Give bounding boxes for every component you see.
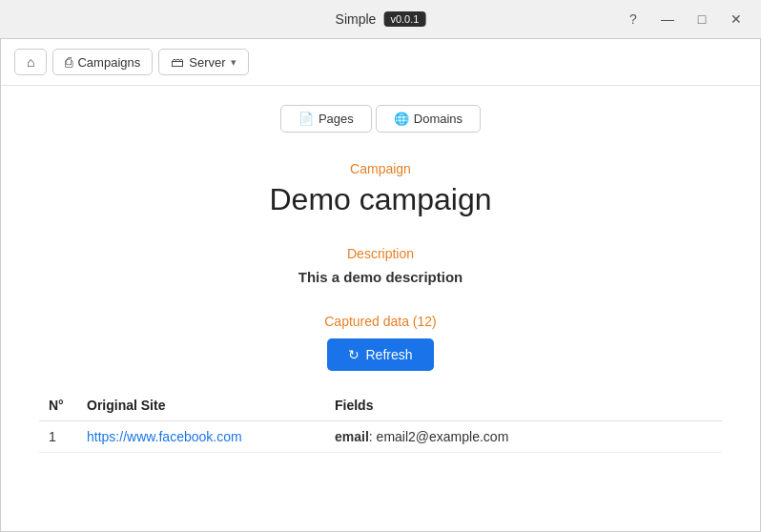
server-dropdown-arrow: ▾ [231, 56, 237, 69]
close-button[interactable]: ✕ [723, 6, 750, 32]
pages-icon: 📄 [298, 112, 314, 126]
content-area: 📄 Pages 🌐 Domains Campaign Demo campaign… [1, 86, 760, 531]
minimize-button[interactable]: — [654, 6, 681, 32]
description-text: This a demo description [298, 269, 463, 285]
home-icon: ⌂ [27, 54, 34, 70]
table-header-row: N° Original Site Fields [39, 390, 722, 421]
version-badge: v0.0.1 [383, 11, 425, 27]
cell-fields: email: email2@example.com [325, 421, 722, 453]
domains-icon: 🌐 [394, 112, 409, 126]
pages-label: Pages [319, 112, 354, 126]
title-bar-controls: ? — □ ✕ [620, 6, 750, 32]
table-row: 1https://www.facebook.comemail: email2@e… [39, 421, 722, 453]
campaigns-label: Campaigns [77, 55, 140, 70]
server-button[interactable]: 🗃 Server ▾ [158, 49, 248, 75]
server-icon: 🗃 [171, 54, 184, 70]
refresh-label: Refresh [365, 347, 412, 362]
title-bar-center: Simple v0.0.1 [336, 11, 426, 27]
toolbar: ⌂ ⎙ Campaigns 🗃 Server ▾ [1, 39, 760, 86]
maximize-button[interactable]: □ [689, 6, 715, 32]
home-button[interactable]: ⌂ [14, 49, 47, 75]
captured-label: Captured data (12) [324, 314, 437, 329]
col-header-site: Original Site [77, 390, 325, 421]
server-label: Server [189, 55, 225, 70]
tab-pages[interactable]: 📄 Pages [280, 105, 372, 133]
campaign-title: Demo campaign [270, 182, 492, 217]
campaigns-icon: ⎙ [65, 54, 72, 70]
data-table: N° Original Site Fields 1https://www.fac… [39, 390, 722, 453]
col-header-no: N° [39, 390, 77, 421]
tab-domains[interactable]: 🌐 Domains [376, 105, 481, 133]
help-button[interactable]: ? [620, 6, 647, 32]
window-body: ⌂ ⎙ Campaigns 🗃 Server ▾ 📄 Pages 🌐 Domai… [0, 38, 761, 532]
domains-label: Domains [414, 112, 463, 126]
cell-no: 1 [39, 421, 77, 453]
refresh-icon: ↻ [348, 347, 360, 362]
col-header-fields: Fields [325, 390, 722, 421]
refresh-button[interactable]: ↻ Refresh [327, 338, 433, 371]
campaign-section-label: Campaign [350, 161, 411, 176]
cell-site[interactable]: https://www.facebook.com [77, 421, 325, 453]
campaigns-button[interactable]: ⎙ Campaigns [52, 49, 153, 75]
description-label: Description [347, 246, 414, 261]
app-name: Simple [336, 11, 377, 27]
tabs-row: 📄 Pages 🌐 Domains [280, 105, 481, 133]
site-link[interactable]: https://www.facebook.com [87, 429, 242, 444]
title-bar: Simple v0.0.1 ? — □ ✕ [0, 0, 761, 38]
